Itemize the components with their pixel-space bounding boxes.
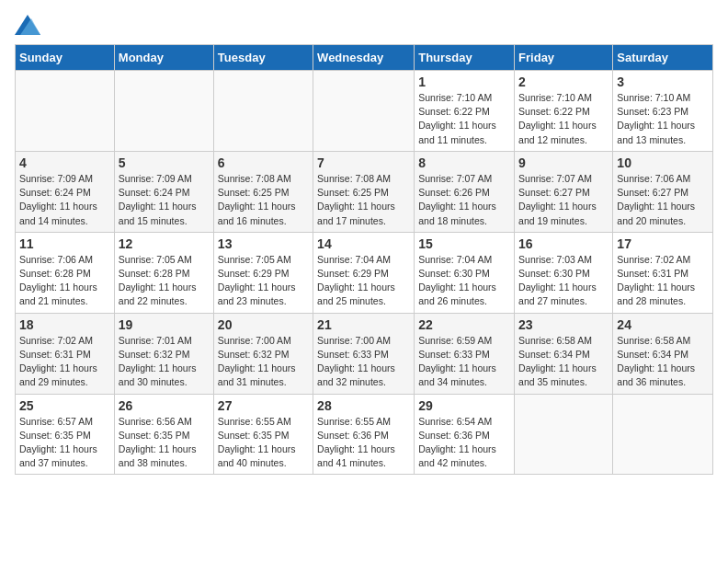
calendar-cell: 22Sunrise: 6:59 AM Sunset: 6:33 PM Dayli… xyxy=(415,313,515,394)
weekday-header: Thursday xyxy=(415,45,515,71)
day-info: Sunrise: 7:00 AM Sunset: 6:32 PM Dayligh… xyxy=(218,334,309,390)
day-number: 21 xyxy=(317,317,410,332)
day-info: Sunrise: 7:01 AM Sunset: 6:32 PM Dayligh… xyxy=(119,334,210,390)
day-number: 25 xyxy=(19,398,110,413)
calendar-cell: 2Sunrise: 7:10 AM Sunset: 6:22 PM Daylig… xyxy=(515,71,613,152)
day-number: 14 xyxy=(317,236,410,251)
calendar-cell: 6Sunrise: 7:08 AM Sunset: 6:25 PM Daylig… xyxy=(213,151,313,232)
day-number: 9 xyxy=(518,155,609,170)
day-number: 3 xyxy=(617,75,709,89)
calendar-cell xyxy=(313,71,415,152)
day-info: Sunrise: 7:06 AM Sunset: 6:28 PM Dayligh… xyxy=(19,253,110,309)
day-info: Sunrise: 7:02 AM Sunset: 6:31 PM Dayligh… xyxy=(19,334,110,390)
calendar-cell: 26Sunrise: 6:56 AM Sunset: 6:35 PM Dayli… xyxy=(114,394,213,475)
calendar-cell: 16Sunrise: 7:03 AM Sunset: 6:30 PM Dayli… xyxy=(515,232,613,313)
calendar-cell: 17Sunrise: 7:02 AM Sunset: 6:31 PM Dayli… xyxy=(613,232,713,313)
calendar-cell xyxy=(213,71,313,152)
day-info: Sunrise: 7:03 AM Sunset: 6:30 PM Dayligh… xyxy=(518,253,609,309)
day-info: Sunrise: 6:56 AM Sunset: 6:35 PM Dayligh… xyxy=(119,415,210,471)
calendar-cell: 21Sunrise: 7:00 AM Sunset: 6:33 PM Dayli… xyxy=(313,313,415,394)
day-number: 29 xyxy=(418,398,510,413)
weekday-header-row: SundayMondayTuesdayWednesdayThursdayFrid… xyxy=(16,45,713,71)
day-number: 26 xyxy=(119,398,210,413)
day-number: 11 xyxy=(19,236,110,251)
day-number: 18 xyxy=(19,317,110,332)
calendar-cell xyxy=(114,71,213,152)
day-number: 23 xyxy=(518,317,609,332)
day-info: Sunrise: 6:55 AM Sunset: 6:35 PM Dayligh… xyxy=(218,415,309,471)
calendar-week-row: 1Sunrise: 7:10 AM Sunset: 6:22 PM Daylig… xyxy=(16,71,713,152)
calendar-cell: 19Sunrise: 7:01 AM Sunset: 6:32 PM Dayli… xyxy=(114,313,213,394)
calendar-cell: 11Sunrise: 7:06 AM Sunset: 6:28 PM Dayli… xyxy=(16,232,115,313)
day-number: 27 xyxy=(218,398,309,413)
calendar-cell: 29Sunrise: 6:54 AM Sunset: 6:36 PM Dayli… xyxy=(415,394,515,475)
day-number: 5 xyxy=(119,155,210,170)
calendar-cell: 18Sunrise: 7:02 AM Sunset: 6:31 PM Dayli… xyxy=(16,313,115,394)
day-info: Sunrise: 7:10 AM Sunset: 6:22 PM Dayligh… xyxy=(518,91,609,147)
calendar-cell: 27Sunrise: 6:55 AM Sunset: 6:35 PM Dayli… xyxy=(213,394,313,475)
calendar-cell: 3Sunrise: 7:10 AM Sunset: 6:23 PM Daylig… xyxy=(613,71,713,152)
day-info: Sunrise: 7:07 AM Sunset: 6:26 PM Dayligh… xyxy=(418,172,510,228)
day-number: 28 xyxy=(317,398,410,413)
calendar-cell xyxy=(515,394,613,475)
day-info: Sunrise: 7:04 AM Sunset: 6:30 PM Dayligh… xyxy=(418,253,510,309)
day-number: 12 xyxy=(119,236,210,251)
calendar-cell: 13Sunrise: 7:05 AM Sunset: 6:29 PM Dayli… xyxy=(213,232,313,313)
day-info: Sunrise: 7:02 AM Sunset: 6:31 PM Dayligh… xyxy=(617,253,709,309)
day-number: 22 xyxy=(418,317,510,332)
calendar-cell: 10Sunrise: 7:06 AM Sunset: 6:27 PM Dayli… xyxy=(613,151,713,232)
weekday-header: Wednesday xyxy=(313,45,415,71)
weekday-header: Monday xyxy=(114,45,213,71)
day-info: Sunrise: 6:59 AM Sunset: 6:33 PM Dayligh… xyxy=(418,334,510,390)
day-number: 17 xyxy=(617,236,709,251)
calendar-cell: 24Sunrise: 6:58 AM Sunset: 6:34 PM Dayli… xyxy=(613,313,713,394)
logo-icon xyxy=(15,15,40,35)
day-number: 20 xyxy=(218,317,309,332)
calendar-table: SundayMondayTuesdayWednesdayThursdayFrid… xyxy=(15,44,713,475)
day-number: 15 xyxy=(418,236,510,251)
day-info: Sunrise: 7:08 AM Sunset: 6:25 PM Dayligh… xyxy=(317,172,410,228)
weekday-header: Saturday xyxy=(613,45,713,71)
weekday-header: Sunday xyxy=(16,45,115,71)
weekday-header: Friday xyxy=(515,45,613,71)
day-info: Sunrise: 7:00 AM Sunset: 6:33 PM Dayligh… xyxy=(317,334,410,390)
day-info: Sunrise: 7:05 AM Sunset: 6:29 PM Dayligh… xyxy=(218,253,309,309)
day-number: 6 xyxy=(218,155,309,170)
day-number: 10 xyxy=(617,155,709,170)
day-info: Sunrise: 7:08 AM Sunset: 6:25 PM Dayligh… xyxy=(218,172,309,228)
day-info: Sunrise: 7:04 AM Sunset: 6:29 PM Dayligh… xyxy=(317,253,410,309)
calendar-cell: 12Sunrise: 7:05 AM Sunset: 6:28 PM Dayli… xyxy=(114,232,213,313)
day-number: 2 xyxy=(518,75,609,89)
day-info: Sunrise: 6:55 AM Sunset: 6:36 PM Dayligh… xyxy=(317,415,410,471)
day-number: 4 xyxy=(19,155,110,170)
calendar-cell: 25Sunrise: 6:57 AM Sunset: 6:35 PM Dayli… xyxy=(16,394,115,475)
calendar-week-row: 25Sunrise: 6:57 AM Sunset: 6:35 PM Dayli… xyxy=(16,394,713,475)
day-info: Sunrise: 6:57 AM Sunset: 6:35 PM Dayligh… xyxy=(19,415,110,471)
calendar-cell: 15Sunrise: 7:04 AM Sunset: 6:30 PM Dayli… xyxy=(415,232,515,313)
calendar-cell: 4Sunrise: 7:09 AM Sunset: 6:24 PM Daylig… xyxy=(16,151,115,232)
logo xyxy=(15,15,44,35)
calendar-cell xyxy=(16,71,115,152)
calendar-cell: 28Sunrise: 6:55 AM Sunset: 6:36 PM Dayli… xyxy=(313,394,415,475)
day-info: Sunrise: 7:10 AM Sunset: 6:22 PM Dayligh… xyxy=(418,91,510,147)
day-info: Sunrise: 6:58 AM Sunset: 6:34 PM Dayligh… xyxy=(518,334,609,390)
day-info: Sunrise: 7:06 AM Sunset: 6:27 PM Dayligh… xyxy=(617,172,709,228)
day-number: 16 xyxy=(518,236,609,251)
calendar-cell: 8Sunrise: 7:07 AM Sunset: 6:26 PM Daylig… xyxy=(415,151,515,232)
day-number: 1 xyxy=(418,75,510,89)
calendar-cell xyxy=(613,394,713,475)
day-info: Sunrise: 7:09 AM Sunset: 6:24 PM Dayligh… xyxy=(119,172,210,228)
calendar-cell: 9Sunrise: 7:07 AM Sunset: 6:27 PM Daylig… xyxy=(515,151,613,232)
calendar-cell: 7Sunrise: 7:08 AM Sunset: 6:25 PM Daylig… xyxy=(313,151,415,232)
calendar-cell: 5Sunrise: 7:09 AM Sunset: 6:24 PM Daylig… xyxy=(114,151,213,232)
calendar-week-row: 11Sunrise: 7:06 AM Sunset: 6:28 PM Dayli… xyxy=(16,232,713,313)
calendar-week-row: 18Sunrise: 7:02 AM Sunset: 6:31 PM Dayli… xyxy=(16,313,713,394)
calendar-cell: 20Sunrise: 7:00 AM Sunset: 6:32 PM Dayli… xyxy=(213,313,313,394)
day-number: 19 xyxy=(119,317,210,332)
calendar-cell: 23Sunrise: 6:58 AM Sunset: 6:34 PM Dayli… xyxy=(515,313,613,394)
day-info: Sunrise: 7:09 AM Sunset: 6:24 PM Dayligh… xyxy=(19,172,110,228)
day-info: Sunrise: 6:58 AM Sunset: 6:34 PM Dayligh… xyxy=(617,334,709,390)
header xyxy=(15,15,713,35)
day-info: Sunrise: 7:07 AM Sunset: 6:27 PM Dayligh… xyxy=(518,172,609,228)
day-info: Sunrise: 7:05 AM Sunset: 6:28 PM Dayligh… xyxy=(119,253,210,309)
